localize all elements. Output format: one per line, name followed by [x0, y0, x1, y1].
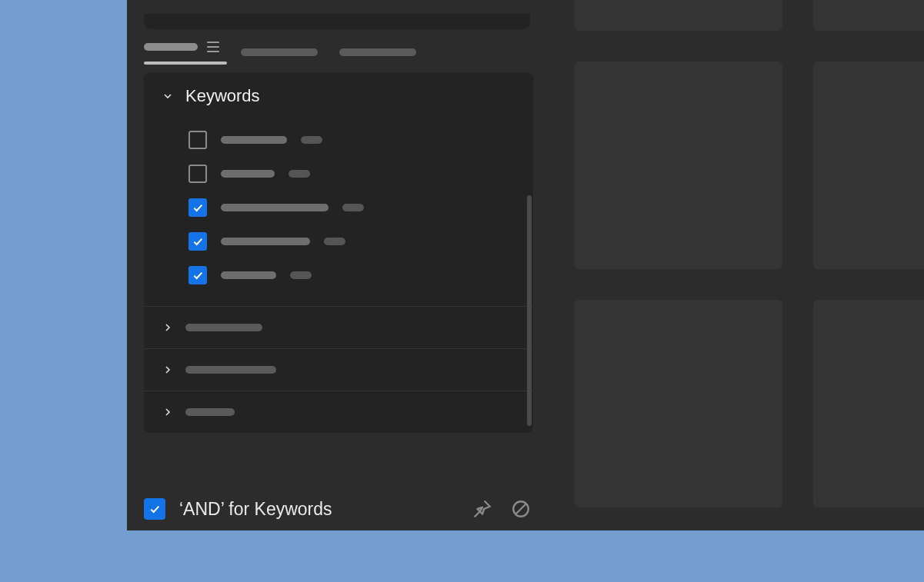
- keyword-checkbox[interactable]: [188, 198, 207, 217]
- keyword-label: [221, 271, 276, 279]
- collapsed-section: [144, 349, 533, 391]
- section-keywords-title: Keywords: [185, 86, 260, 106]
- chevron-down-icon: [161, 89, 175, 103]
- thumbnail[interactable]: [813, 300, 924, 507]
- thumbnail[interactable]: [813, 0, 924, 31]
- thumbnail[interactable]: [813, 62, 924, 269]
- pin-icon[interactable]: [470, 497, 495, 521]
- section-keywords-header[interactable]: Keywords: [144, 72, 533, 120]
- keyword-checkbox[interactable]: [188, 165, 207, 183]
- collapsed-section-title: [185, 366, 276, 374]
- filter-panel: Keywords: [144, 72, 533, 433]
- chevron-right-icon: [161, 363, 175, 377]
- filter-sidebar: Keywords ‘AND’ for Keywords: [127, 0, 547, 530]
- keyword-count: [290, 271, 312, 279]
- and-keywords-checkbox[interactable]: [144, 498, 165, 520]
- tab-filter[interactable]: [144, 42, 219, 63]
- keyword-row[interactable]: [144, 191, 533, 224]
- keyword-row[interactable]: [144, 157, 533, 191]
- thumbnail[interactable]: [575, 0, 782, 31]
- keyword-count: [289, 170, 310, 178]
- keyword-count: [324, 238, 345, 245]
- collapsed-section: [144, 391, 533, 433]
- collapsed-section: [144, 307, 533, 349]
- thumbnail[interactable]: [575, 300, 782, 507]
- section-keywords: Keywords: [144, 72, 533, 307]
- keyword-label: [221, 204, 329, 211]
- collapsed-section-title: [185, 324, 262, 331]
- keyword-checkbox[interactable]: [188, 232, 207, 251]
- keyword-row[interactable]: [144, 258, 533, 292]
- keyword-checkbox[interactable]: [188, 266, 207, 284]
- thumbnail[interactable]: [575, 62, 782, 269]
- collapsed-upper-panel[interactable]: [144, 14, 530, 29]
- chevron-right-icon: [161, 405, 175, 419]
- app-window: Keywords ‘AND’ for Keywords: [127, 0, 924, 530]
- panel-scrollbar[interactable]: [527, 195, 532, 426]
- thumbnail-grid-area: [547, 0, 924, 530]
- collapsed-section-header[interactable]: [144, 349, 533, 391]
- tab-metadata[interactable]: [241, 48, 318, 56]
- collapsed-section-title: [185, 408, 235, 416]
- sidebar-tabs: [127, 29, 547, 62]
- keyword-count: [342, 204, 364, 211]
- clear-filter-icon[interactable]: [509, 497, 533, 521]
- panel-menu-icon[interactable]: [207, 42, 219, 52]
- keyword-count: [301, 136, 322, 144]
- chevron-right-icon: [161, 321, 175, 334]
- collapsed-section-header[interactable]: [144, 391, 533, 433]
- keyword-checkbox[interactable]: [188, 131, 207, 149]
- active-tab-underline: [144, 62, 227, 65]
- keyword-label: [221, 170, 275, 178]
- filter-bottom-bar: ‘AND’ for Keywords: [144, 497, 547, 521]
- keyword-label: [221, 136, 287, 144]
- collapsed-section-header[interactable]: [144, 307, 533, 348]
- keyword-label: [221, 238, 310, 245]
- svg-line-1: [516, 504, 526, 514]
- tab-properties[interactable]: [339, 48, 416, 56]
- keyword-row[interactable]: [144, 123, 533, 157]
- tab-filter-label: [144, 43, 198, 51]
- keyword-list: [144, 120, 533, 306]
- and-keywords-label: ‘AND’ for Keywords: [179, 499, 456, 520]
- thumbnail-grid[interactable]: [575, 0, 924, 530]
- keyword-row[interactable]: [144, 224, 533, 258]
